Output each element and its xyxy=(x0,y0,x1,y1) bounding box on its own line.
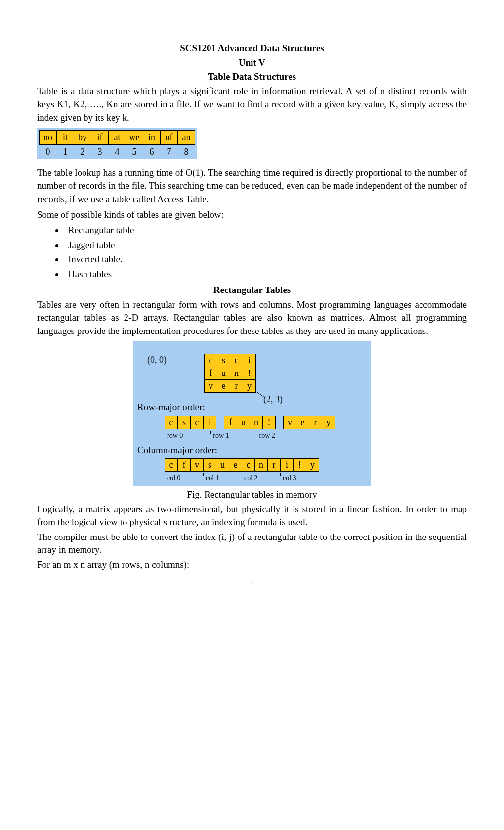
row-major-label: Row-major order: xyxy=(137,401,367,414)
row-label: row 0 xyxy=(165,431,183,441)
grid-wrap: (0, 0) c s c i f u n ! v e r xyxy=(137,354,367,398)
page-number: 1 xyxy=(37,580,467,590)
strip-cell: r xyxy=(268,459,281,472)
strip-cell: ! xyxy=(294,459,306,472)
strip-cell: u xyxy=(216,459,229,472)
rect-paragraph: Tables are very often in rectangular for… xyxy=(37,298,467,338)
unit-title: Unit V xyxy=(37,56,467,70)
rect-figure: (0, 0) c s c i f u n ! v e r xyxy=(133,341,371,486)
paragraph-5: For an m x n array (m rows, n columns): xyxy=(37,558,467,572)
origin-label: (0, 0) xyxy=(147,354,167,366)
col-label: col 3 xyxy=(280,473,319,483)
index: 8 xyxy=(178,144,195,158)
col-label: col 1 xyxy=(203,473,242,483)
course-code: SCS1201 Advanced Data Structures xyxy=(37,42,467,55)
strip-cell: y xyxy=(322,416,335,429)
strip-cell: f xyxy=(178,459,191,472)
grid-cell: c xyxy=(230,354,243,367)
list-item: Jagged table xyxy=(64,239,467,252)
row-label: row 1 xyxy=(210,431,229,441)
grid-cell: n xyxy=(230,367,243,379)
strip-cell: r xyxy=(309,416,322,429)
cell: at xyxy=(109,130,126,144)
cell: no xyxy=(40,130,57,144)
grid-cell: ! xyxy=(243,367,256,379)
cell: we xyxy=(126,130,143,144)
figure-caption: Fig. Rectangular tables in memory xyxy=(37,488,467,501)
strip-cell: n xyxy=(250,416,263,429)
page: SCS1201 Advanced Data Structures Unit V … xyxy=(0,0,504,620)
strip-cell: c xyxy=(191,416,204,429)
corner-label: (2, 3) xyxy=(263,393,283,406)
col-label: col 2 xyxy=(242,473,280,483)
col-major-strip: c f v s u e c n r i ! y xyxy=(165,458,319,472)
strip-cell: i xyxy=(204,416,216,429)
strip-cell: u xyxy=(237,416,250,429)
strip-cell: n xyxy=(255,459,268,472)
index-table: no it by if at we in of an 0 1 2 3 4 5 6… xyxy=(39,130,195,158)
header-block: SCS1201 Advanced Data Structures Unit V … xyxy=(37,42,467,83)
row-labels: row 0 row 1 row 2 xyxy=(165,431,367,441)
kinds-intro: Some of possible kinds of tables are giv… xyxy=(37,208,467,222)
list-item: Hash tables xyxy=(64,268,467,281)
grid-cell: f xyxy=(205,367,217,379)
cell: it xyxy=(57,130,74,144)
paragraph-3: Logically, a matrix appears as two-dimen… xyxy=(37,503,467,529)
index: 0 xyxy=(40,144,57,158)
topic-title: Table Data Structures xyxy=(37,70,467,83)
col-labels: col 0 col 1 col 2 col 3 xyxy=(165,473,367,483)
gap xyxy=(216,416,224,429)
col-major-label: Column-major order: xyxy=(137,444,367,457)
strip-cell: c xyxy=(242,459,255,472)
index: 2 xyxy=(74,144,91,158)
grid-cell: e xyxy=(217,380,230,393)
paragraph-2: The table lookup has a running time of O… xyxy=(37,166,467,206)
grid-cell: y xyxy=(243,380,256,393)
cell: of xyxy=(161,130,178,144)
rect-heading: Rectangular Tables xyxy=(37,284,467,297)
strip-cell: s xyxy=(178,416,191,429)
strip-cell: f xyxy=(224,416,237,429)
grid-cell: v xyxy=(205,380,217,393)
cell: if xyxy=(91,130,109,144)
strip-cell: v xyxy=(284,416,296,429)
grid-cell: u xyxy=(217,367,230,379)
matrix-grid: c s c i f u n ! v e r y xyxy=(204,354,256,393)
cell: an xyxy=(178,130,195,144)
intro-paragraph: Table is a data structure which plays a … xyxy=(37,85,467,124)
strip-cell: c xyxy=(165,459,178,472)
paragraph-4: The compiler must be able to convert the… xyxy=(37,531,467,557)
grid-cell: r xyxy=(230,380,243,393)
grid-cell: s xyxy=(217,354,230,367)
grid-cell: i xyxy=(243,354,256,367)
index: 6 xyxy=(143,144,161,158)
index: 7 xyxy=(161,144,178,158)
index: 5 xyxy=(126,144,143,158)
cell: in xyxy=(143,130,161,144)
row-major-strip: c s c i f u n ! v e r y xyxy=(165,416,335,429)
gap xyxy=(276,416,284,429)
index: 1 xyxy=(57,144,74,158)
strip-cell: ! xyxy=(263,416,276,429)
arrow-icon xyxy=(174,359,204,365)
kinds-list: Rectangular table Jagged table Inverted … xyxy=(64,224,467,281)
strip-cell: i xyxy=(281,459,294,472)
index-table-figure: no it by if at we in of an 0 1 2 3 4 5 6… xyxy=(37,128,197,159)
strip-cell: e xyxy=(296,416,309,429)
strip-cell: c xyxy=(165,416,178,429)
strip-cell: s xyxy=(204,459,216,472)
strip-cell: v xyxy=(191,459,204,472)
list-item: Inverted table. xyxy=(64,253,467,266)
strip-cell: y xyxy=(306,459,319,472)
grid-cell: c xyxy=(205,354,217,367)
index: 4 xyxy=(109,144,126,158)
col-label: col 0 xyxy=(165,473,203,483)
cell: by xyxy=(74,130,91,144)
row-label: row 2 xyxy=(257,431,275,441)
list-item: Rectangular table xyxy=(64,224,467,237)
strip-cell: e xyxy=(229,459,242,472)
index: 3 xyxy=(91,144,109,158)
